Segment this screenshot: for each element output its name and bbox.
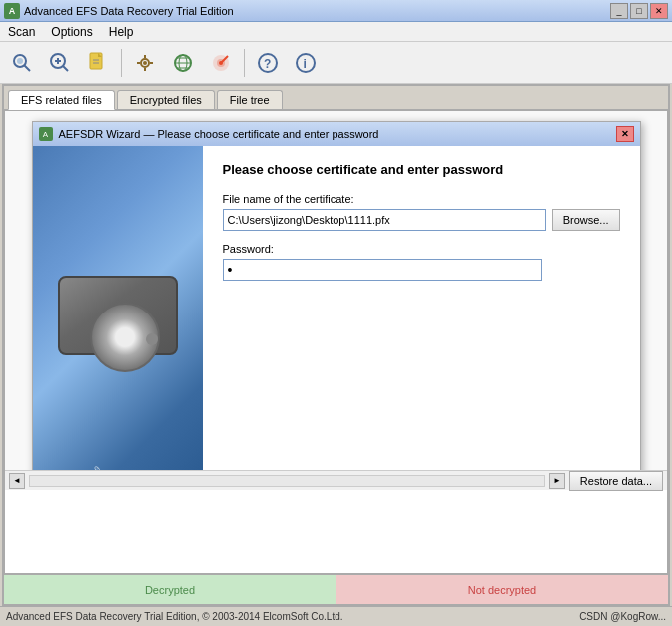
svg-point-12 xyxy=(143,61,147,65)
tab-file-tree[interactable]: File tree xyxy=(217,90,283,109)
toolbar-file-btn[interactable] xyxy=(80,45,116,81)
footer-credit: CSDN @KogRow... xyxy=(579,611,666,622)
content-wrapper: EFS related files Encrypted files File t… xyxy=(2,84,670,606)
status-not-decrypted: Not decrypted xyxy=(336,575,668,604)
toolbar-search-btn[interactable] xyxy=(42,45,78,81)
status-decrypted: Decrypted xyxy=(4,575,336,604)
toolbar-separator-2 xyxy=(244,49,245,77)
app-icon: A xyxy=(4,3,20,19)
svg-text:?: ? xyxy=(264,57,271,71)
wizard-title: AEFSDR Wizard — Please choose certificat… xyxy=(59,128,616,140)
toolbar-settings-btn[interactable] xyxy=(127,45,163,81)
toolbar-help-btn[interactable]: ? xyxy=(250,45,286,81)
wizard-close-button[interactable]: ✕ xyxy=(616,126,634,142)
globe-icon xyxy=(171,51,195,75)
wizard-body: 1010101010101001010101010101101010101010… xyxy=(33,146,640,470)
wizard-form: Please choose certificate and enter pass… xyxy=(203,146,640,470)
menu-help[interactable]: Help xyxy=(101,22,142,41)
file-label: File name of the certificate: xyxy=(223,193,620,205)
info-circle-icon: i xyxy=(294,51,318,75)
decrypted-label: Decrypted xyxy=(145,584,195,596)
toolbar-separator-1 xyxy=(121,49,122,77)
toolbar-scan-btn[interactable] xyxy=(4,45,40,81)
wizard-overlay: A AEFSDR Wizard — Please choose certific… xyxy=(5,111,667,470)
wizard-form-title: Please choose certificate and enter pass… xyxy=(223,162,620,177)
app-window: A Advanced EFS Data Recovery Trial Editi… xyxy=(0,0,672,626)
menu-options[interactable]: Options xyxy=(43,22,100,41)
toolbar-antenna-btn[interactable] xyxy=(203,45,239,81)
hdd-body xyxy=(58,276,178,355)
scroll-right-button[interactable]: ► xyxy=(549,473,565,489)
toolbar-info-btn[interactable]: i xyxy=(288,45,324,81)
scroll-left-button[interactable]: ◄ xyxy=(9,473,25,489)
svg-point-2 xyxy=(17,58,23,64)
antenna-icon xyxy=(209,51,233,75)
svg-line-4 xyxy=(63,66,68,71)
toolbar: ? i xyxy=(0,42,672,84)
tab-bar: EFS related files Encrypted files File t… xyxy=(4,86,668,110)
wizard-image-panel: 1010101010101001010101010101101010101010… xyxy=(33,146,203,470)
title-bar: A Advanced EFS Data Recovery Trial Editi… xyxy=(0,0,672,22)
password-input[interactable] xyxy=(223,259,542,281)
main-content: A AEFSDR Wizard — Please choose certific… xyxy=(4,110,668,574)
tab-encrypted-files[interactable]: Encrypted files xyxy=(117,90,215,109)
status-bar: Decrypted Not decrypted xyxy=(4,574,668,604)
hdd-disc-center xyxy=(146,333,158,345)
menu-scan[interactable]: Scan xyxy=(0,22,43,41)
hdd-graphic xyxy=(53,256,183,375)
svg-line-1 xyxy=(24,65,30,71)
file-icon xyxy=(86,51,110,75)
browse-button[interactable]: Browse... xyxy=(552,209,620,231)
tab-content-area: A AEFSDR Wizard — Please choose certific… xyxy=(5,111,667,470)
tab-efs-related-files[interactable]: EFS related files xyxy=(8,90,115,110)
close-button[interactable]: ✕ xyxy=(650,3,668,19)
scroll-track[interactable] xyxy=(29,475,545,487)
toolbar-globe-btn[interactable] xyxy=(165,45,201,81)
app-footer: Advanced EFS Data Recovery Trial Edition… xyxy=(0,606,672,626)
svg-text:i: i xyxy=(304,57,307,71)
password-row xyxy=(223,259,620,281)
wizard-title-bar: A AEFSDR Wizard — Please choose certific… xyxy=(33,122,640,146)
file-row: Browse... xyxy=(223,209,620,231)
app-title: Advanced EFS Data Recovery Trial Edition xyxy=(24,5,610,17)
scan-icon xyxy=(10,51,34,75)
title-bar-buttons: _ □ ✕ xyxy=(610,3,668,19)
not-decrypted-label: Not decrypted xyxy=(468,584,536,596)
wizard-icon: A xyxy=(39,127,53,141)
password-label: Password: xyxy=(223,243,620,255)
minimize-button[interactable]: _ xyxy=(610,3,628,19)
search-zoom-icon xyxy=(48,51,72,75)
maximize-button[interactable]: □ xyxy=(630,3,648,19)
restore-data-button[interactable]: Restore data... xyxy=(569,471,663,491)
menu-bar: Scan Options Help xyxy=(0,22,672,42)
help-circle-icon: ? xyxy=(256,51,280,75)
gear-icon xyxy=(133,51,157,75)
scrollbar-area: ◄ ► Restore data... xyxy=(5,470,667,490)
hdd-disc xyxy=(90,303,160,372)
wizard-dialog: A AEFSDR Wizard — Please choose certific… xyxy=(32,121,641,470)
certificate-file-input[interactable] xyxy=(223,209,546,231)
footer-copyright: Advanced EFS Data Recovery Trial Edition… xyxy=(6,611,343,622)
